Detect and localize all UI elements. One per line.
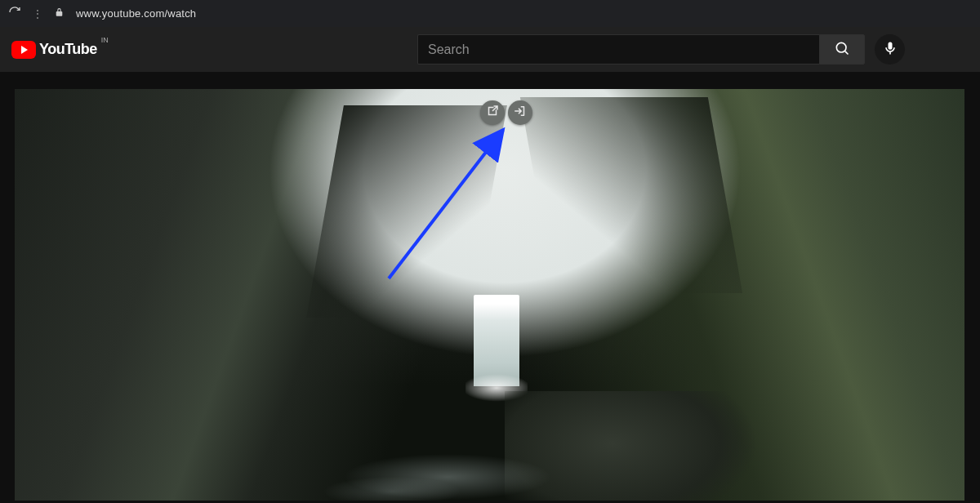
scene-ridge-right [520, 97, 742, 293]
popout-window-icon [485, 104, 500, 122]
overlay-button-enter[interactable] [508, 100, 532, 125]
address-url[interactable]: www.youtube.com/watch [76, 7, 196, 20]
svg-line-1 [845, 51, 849, 54]
youtube-logo[interactable]: YouTube IN [11, 41, 97, 59]
reload-icon[interactable] [8, 6, 21, 21]
search-icon [834, 40, 850, 60]
svg-rect-2 [889, 52, 891, 55]
search-box [417, 34, 865, 65]
browser-address-bar: ⋮ www.youtube.com/watch [0, 0, 980, 27]
scene-ridge-left [306, 105, 507, 318]
video-player[interactable] [15, 89, 964, 501]
search-input[interactable] [417, 34, 819, 65]
extension-overlay-buttons [480, 100, 532, 125]
content-area [0, 72, 980, 501]
voice-search-button[interactable] [875, 34, 905, 65]
browser-menu-dots-icon[interactable]: ⋮ [33, 8, 42, 20]
scene-waterfall [474, 295, 519, 386]
lock-icon [54, 7, 65, 20]
youtube-play-badge-icon [11, 41, 36, 59]
enter-bracket-icon [513, 104, 528, 122]
youtube-header: YouTube IN [0, 27, 980, 72]
search-button[interactable] [819, 34, 865, 65]
country-code: IN [101, 36, 109, 44]
youtube-wordmark: YouTube [39, 41, 97, 58]
microphone-icon [882, 40, 898, 60]
overlay-button-popout[interactable] [480, 100, 505, 125]
svg-point-0 [836, 42, 846, 52]
scene-stream [309, 440, 586, 501]
search-area [417, 34, 905, 65]
